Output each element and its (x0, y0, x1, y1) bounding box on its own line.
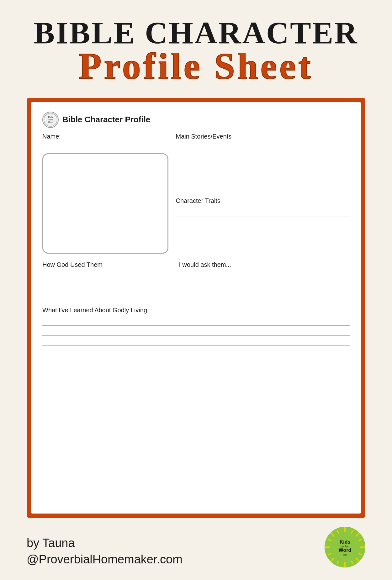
title-line2: Profile Sheet (79, 47, 313, 86)
traits-line-1[interactable] (176, 208, 350, 217)
traits-line-2[interactable] (176, 218, 350, 227)
name-label: Name: (42, 133, 168, 140)
svg-text:Kids: Kids (48, 116, 53, 118)
footer-line2: @ProverbialHomemaker.com (27, 551, 183, 567)
stories-line-2[interactable] (176, 153, 350, 162)
learned-label: What I've Learned About Godly Living (42, 307, 350, 314)
footer-area: by Tauna @ProverbialHomemaker.com (27, 527, 365, 567)
svg-text:Word: Word (48, 121, 53, 123)
ask-line-1[interactable] (179, 271, 350, 280)
svg-text:in the: in the (48, 119, 53, 121)
god-line-1[interactable] (42, 271, 168, 280)
card-header: Kids in the Word Bible Character Profile (42, 112, 350, 128)
footer-logo: Kids in the Word .net (325, 527, 365, 567)
stories-line-3[interactable] (176, 163, 350, 172)
stories-line-1[interactable] (176, 143, 350, 152)
svg-text:Kids: Kids (340, 539, 351, 545)
learned-line-1[interactable] (42, 316, 350, 326)
profile-card-inner: Kids in the Word Bible Character Profile… (31, 102, 361, 514)
traits-line-3[interactable] (176, 228, 350, 237)
card-title: Bible Character Profile (62, 115, 150, 124)
title-line1: Bible Character (34, 16, 358, 50)
logo-rays-svg: Kids in the Word .net (325, 527, 365, 567)
ask-line-2[interactable] (179, 281, 350, 290)
learned-line-3[interactable] (42, 336, 350, 346)
name-field-line[interactable] (42, 143, 168, 150)
how-god-label: How God Used Them (42, 261, 168, 268)
profile-card: Kids in the Word Bible Character Profile… (27, 98, 365, 518)
footer-line1: by Tauna (27, 535, 183, 551)
ask-line-3[interactable] (179, 291, 350, 300)
character-traits-label: Character Traits (176, 197, 350, 204)
traits-line-4[interactable] (176, 238, 350, 247)
god-line-3[interactable] (42, 291, 168, 300)
god-line-2[interactable] (42, 281, 168, 290)
svg-text:.net: .net (342, 553, 347, 556)
would-ask-label: I would ask them... (179, 261, 350, 268)
svg-text:Word: Word (339, 547, 352, 553)
learned-line-2[interactable] (42, 326, 350, 336)
main-stories-label: Main Stories/Events (176, 133, 350, 140)
photo-box (42, 153, 168, 254)
header-logo: Kids in the Word (42, 112, 59, 128)
footer-text: by Tauna @ProverbialHomemaker.com (27, 535, 183, 567)
stories-line-4[interactable] (176, 173, 350, 182)
stories-line-5[interactable] (176, 183, 350, 192)
page-wrapper: Bible Character Profile Sheet Kids in th… (0, 0, 392, 580)
